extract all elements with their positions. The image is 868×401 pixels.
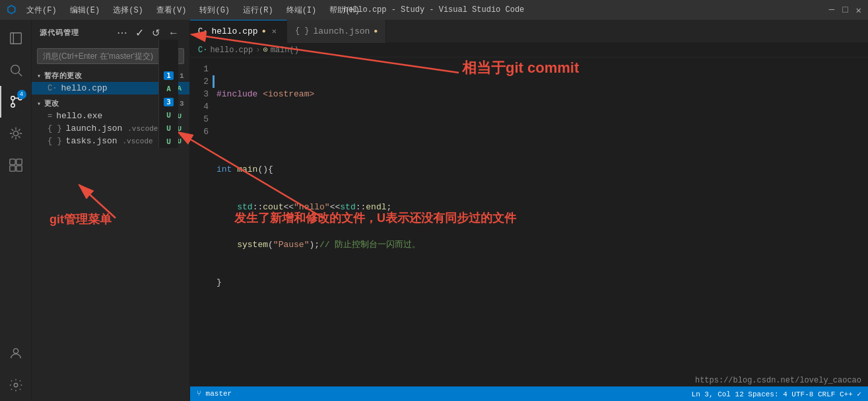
line-number-5: 5	[190, 113, 209, 126]
svg-line-3	[18, 73, 22, 76]
line-number-6: 6	[190, 126, 209, 138]
tab-launch-json-label: launch.json	[313, 26, 370, 36]
activity-icon-settings[interactable]	[0, 369, 32, 401]
line-number-4: 4	[190, 100, 209, 113]
menu-run[interactable]: 运行(R)	[238, 3, 279, 17]
title-bar-left: ⬡ 文件(F) 编辑(E) 选择(S) 查看(V) 转到(G) 运行(R) 终端…	[7, 3, 365, 17]
tab-dirty-indicator-0: ●	[262, 28, 266, 35]
sidebar-title: 源代码管理	[40, 28, 79, 38]
window-controls[interactable]: ─□✕	[829, 5, 861, 16]
json-file-icon-2: { }	[48, 137, 62, 146]
activity-icon-extensions[interactable]	[0, 149, 32, 181]
line-number-3: 3	[190, 88, 209, 100]
staged-file-letter-badge: A	[166, 85, 171, 93]
refresh-button[interactable]: ↺	[149, 26, 163, 40]
svg-point-4	[11, 104, 15, 108]
menu-select[interactable]: 选择(S)	[108, 3, 149, 17]
status-bar-right[interactable]: Ln 3, Col 12 Spaces: 4 UTF-8 CRLF C++ ✓	[692, 390, 861, 398]
activity-icon-source-control[interactable]: 4	[0, 86, 32, 118]
menu-terminal[interactable]: 终端(I)	[281, 3, 322, 17]
tab-bar: C· hello.cpp ● ✕ { } launch.json ●	[190, 20, 868, 43]
menu-file[interactable]: 文件(F)	[21, 3, 62, 17]
sidebar-badge-column: 1 A 3 U U U	[158, 40, 178, 148]
svg-rect-8	[9, 159, 15, 164]
breadcrumb: C· hello.cpp › ⊙ main()	[190, 43, 868, 57]
code-line-2	[217, 126, 868, 138]
changes-count-badge: 3	[164, 98, 174, 106]
svg-rect-11	[16, 166, 21, 171]
three-dots-button[interactable]: ⋯	[114, 25, 130, 40]
activity-icon-explorer[interactable]	[0, 22, 32, 54]
title-bar: ⬡ 文件(F) 编辑(E) 选择(S) 查看(V) 转到(G) 运行(R) 终端…	[0, 0, 868, 20]
menu-edit[interactable]: 编辑(E)	[65, 3, 106, 17]
changes-file-badge-1: U	[166, 124, 171, 133]
source-control-badge: 4	[17, 90, 26, 99]
activity-bar: 4	[0, 20, 32, 401]
cpp-file-icon: C·	[48, 84, 57, 93]
activity-icon-debug[interactable]	[0, 118, 32, 149]
tab-launch-json[interactable]: { } launch.json ●	[287, 20, 386, 43]
breadcrumb-file[interactable]: hello.cpp	[210, 46, 253, 55]
sidebar-actions: ⋯ ✓ ↺ ←	[114, 25, 182, 40]
line-number-2: 2	[190, 75, 209, 88]
tab-hello-cpp[interactable]: C· hello.cpp ● ✕	[190, 20, 287, 43]
commit-checkmark-button[interactable]: ✓	[133, 25, 147, 40]
breadcrumb-file-icon: C·	[198, 46, 207, 55]
code-content[interactable]: #include <iostream> int main(){ std::cou…	[217, 63, 868, 386]
code-line-3: int main(){	[217, 163, 868, 176]
staged-file-name: hello.cpp	[61, 83, 167, 93]
tab-cpp-icon: C·	[198, 27, 207, 36]
modified-line-indicator	[213, 75, 215, 88]
svg-point-2	[11, 65, 19, 74]
svg-point-13	[14, 383, 18, 387]
staged-count: 1	[180, 72, 184, 80]
menu-goto[interactable]: 转到(G)	[194, 3, 235, 17]
line-number-1: 1	[190, 63, 209, 75]
changed-file-name-0: hello.exe	[56, 111, 174, 121]
tab-close-hello-cpp[interactable]: ✕	[270, 26, 279, 37]
activity-icon-account[interactable]	[0, 338, 32, 369]
changes-count: 3	[180, 100, 184, 108]
exe-file-icon: =	[48, 112, 52, 121]
editor-area: C· hello.cpp ● ✕ { } launch.json ● C· he…	[190, 20, 868, 401]
status-bar-left[interactable]: ⑂ master	[197, 390, 232, 398]
activity-icon-search[interactable]	[0, 54, 32, 86]
window-title: hello.cpp - Study - Visual Studio Code	[344, 5, 525, 15]
changes-label: 更改	[44, 98, 59, 108]
vscode-logo-icon: ⬡	[7, 3, 16, 17]
changes-file-badge-2: U	[166, 137, 171, 146]
code-line-4: std::cout<<"hello"<<std::endl;	[217, 201, 868, 213]
code-line-6: }	[217, 276, 868, 289]
svg-point-12	[13, 349, 18, 353]
breadcrumb-fn-icon: ⊙	[263, 45, 267, 55]
more-actions-button[interactable]: ←	[166, 26, 182, 40]
json-file-icon-1: { }	[48, 124, 62, 133]
code-line-1: #include <iostream>	[217, 88, 868, 100]
changes-chevron-icon: ▾	[37, 100, 42, 108]
line-numbers: 1 2 3 4 5 6	[190, 63, 217, 386]
tab-hello-cpp-label: hello.cpp	[211, 26, 257, 36]
svg-rect-0	[10, 33, 21, 44]
menu-bar: 文件(F) 编辑(E) 选择(S) 查看(V) 转到(G) 运行(R) 终端(I…	[21, 3, 365, 17]
code-line-5: system("Pause");// 防止控制台一闪而过。	[217, 238, 868, 251]
code-editor[interactable]: 1 2 3 4 5 6 #include <iostream> int main…	[190, 57, 868, 386]
breadcrumb-separator: ›	[255, 46, 260, 55]
changes-file-badge-0: U	[166, 111, 171, 120]
staged-changes-label: 暂存的更改	[44, 71, 83, 81]
menu-view[interactable]: 查看(V)	[151, 3, 192, 17]
tab-json-icon: { }	[295, 26, 310, 36]
svg-rect-9	[16, 159, 21, 164]
svg-rect-10	[9, 166, 15, 171]
breadcrumb-function[interactable]: main()	[271, 46, 299, 55]
svg-point-7	[13, 131, 18, 135]
staged-chevron-icon: ▾	[37, 72, 42, 80]
svg-point-6	[11, 96, 15, 100]
status-bar: ⑂ master Ln 3, Col 12 Spaces: 4 UTF-8 CR…	[190, 386, 868, 401]
tab-dirty-indicator-1: ●	[374, 28, 378, 35]
staged-count-badge: 1	[164, 71, 174, 80]
